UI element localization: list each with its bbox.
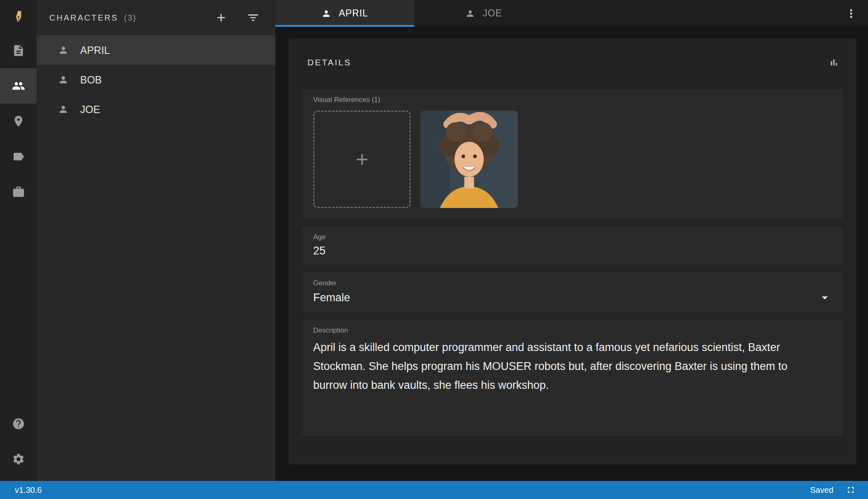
person-icon [465, 9, 475, 18]
person-icon [58, 74, 69, 85]
details-card: DETAILS Visual References (1) [289, 38, 856, 464]
characters-count: (3) [124, 13, 136, 23]
left-rail: ✒ [0, 0, 37, 481]
age-field[interactable]: Age 25 [302, 226, 843, 265]
character-name: APRIL [80, 44, 110, 56]
bar-chart-icon [829, 57, 839, 68]
gender-select[interactable]: Gender Female [302, 273, 843, 312]
description-field[interactable]: Description April is a skilled computer … [302, 320, 843, 436]
sidebar-item-settings[interactable] [0, 441, 37, 477]
add-character-button[interactable] [215, 11, 228, 24]
tag-icon [12, 150, 25, 163]
person-icon [58, 45, 69, 55]
visual-references-field: Visual References (1) [302, 89, 843, 219]
location-pin-icon [12, 115, 25, 128]
filter-icon [247, 11, 260, 24]
briefcase-icon [12, 185, 25, 199]
sidebar-item-tags[interactable] [0, 139, 37, 174]
details-title: DETAILS [307, 58, 351, 67]
main-row: ✒ [0, 0, 868, 481]
help-icon [12, 417, 25, 430]
pen-logo-icon: ✒ [9, 8, 28, 25]
age-label: Age [313, 233, 832, 241]
character-name: JOE [80, 104, 100, 116]
characters-panel-title: CHARACTERS [49, 13, 118, 23]
character-list-item-april[interactable]: APRIL [37, 35, 275, 65]
character-photo-thumbnail[interactable] [420, 111, 518, 208]
tab-label: JOE [482, 8, 502, 19]
stats-button[interactable] [829, 57, 839, 68]
person-icon [58, 104, 69, 115]
visual-references-label: Visual References (1) [313, 96, 832, 104]
status-bar: v1.30.6 Saved [0, 481, 868, 499]
more-options-button[interactable] [834, 0, 868, 27]
gear-icon [12, 453, 25, 466]
document-icon [12, 44, 25, 57]
sidebar-item-characters[interactable] [0, 68, 37, 104]
sidebar-item-help[interactable] [0, 406, 37, 441]
gender-label: Gender [313, 279, 832, 287]
app-version: v1.30.6 [15, 485, 42, 495]
person-icon [321, 9, 331, 18]
add-reference-button[interactable] [313, 111, 411, 208]
people-icon [12, 79, 25, 92]
age-value: 25 [313, 245, 832, 257]
gender-value: Female [313, 291, 350, 304]
tab-joe[interactable]: JOE [414, 0, 553, 27]
content-area: DETAILS Visual References (1) [275, 27, 868, 481]
fullscreen-icon[interactable] [846, 485, 856, 495]
plus-icon [215, 11, 228, 24]
app-logo: ✒ [0, 0, 37, 33]
sidebar-item-documents[interactable] [0, 33, 37, 68]
visual-references-list [313, 111, 832, 211]
character-photo [420, 111, 518, 208]
chevron-down-icon [818, 291, 832, 305]
character-list-item-bob[interactable]: BOB [37, 65, 275, 95]
filter-button[interactable] [247, 11, 260, 24]
tab-april[interactable]: APRIL [275, 0, 414, 27]
characters-panel-header: CHARACTERS (3) [37, 0, 275, 35]
details-header: DETAILS [302, 52, 843, 68]
rail-spacer [0, 210, 37, 406]
tab-bar: APRIL JOE [275, 0, 868, 27]
kebab-menu-icon [845, 7, 858, 20]
sidebar-item-locations[interactable] [0, 104, 37, 139]
character-list-item-joe[interactable]: JOE [37, 95, 275, 124]
app-window: ✒ [0, 0, 868, 499]
description-label: Description [313, 326, 832, 335]
characters-panel: CHARACTERS (3) APRIL [37, 0, 275, 481]
description-value: April is a skilled computer programmer a… [313, 338, 819, 395]
sidebar-item-props[interactable] [0, 174, 37, 210]
main-area: APRIL JOE DETAILS [275, 0, 868, 481]
character-name: BOB [80, 74, 102, 86]
save-status: Saved [810, 485, 833, 495]
tab-label: APRIL [339, 8, 368, 19]
tabbar-spacer [553, 0, 834, 27]
character-list: APRIL BOB JOE [37, 35, 275, 481]
plus-icon [353, 150, 371, 169]
